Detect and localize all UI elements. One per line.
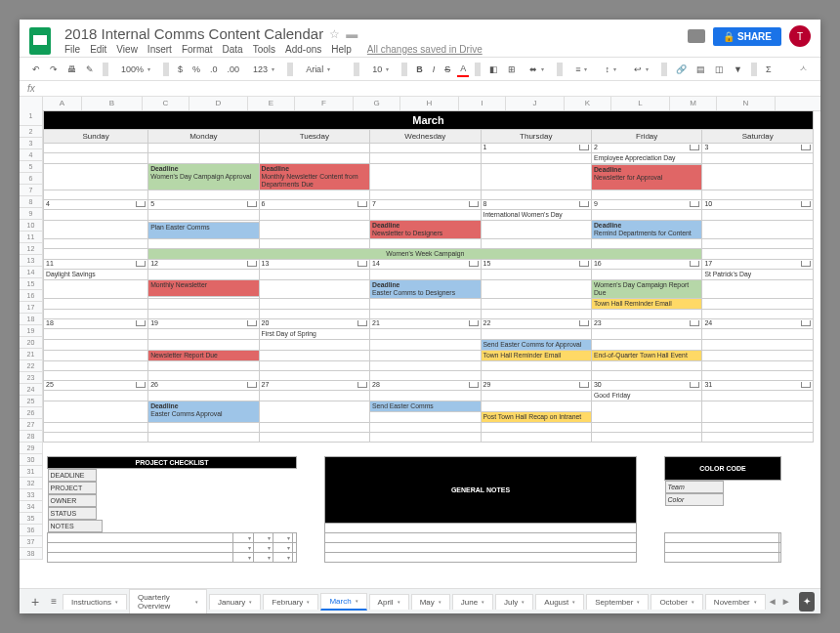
color-code-table[interactable]: COLOR CODE Team Color [664,456,781,563]
dec-increase-button[interactable]: .00 [225,63,243,76]
row-header[interactable]: 8 [20,196,43,208]
save-status[interactable]: All changes saved in Drive [367,44,483,55]
row-header[interactable]: 2 [20,126,43,138]
wrap-dropdown[interactable]: ↩ [627,62,655,77]
undo-icon[interactable]: ↶ [29,63,43,76]
row-header[interactable]: 29 [20,443,43,454]
row-header[interactable]: 28 [20,431,43,443]
row-header[interactable]: 12 [20,243,43,255]
more-formats-dropdown[interactable]: 123 [246,62,281,77]
row-header[interactable]: 14 [20,267,43,278]
col-header[interactable]: A [43,97,82,110]
row-header[interactable]: 21 [20,349,43,360]
col-header[interactable]: J [506,97,565,110]
row-header[interactable]: 15 [20,278,43,290]
merge-dropdown[interactable]: ⬌ [523,62,551,77]
row-header[interactable]: 32 [20,478,43,489]
all-sheets-button[interactable]: ≡ [47,596,61,607]
explore-button[interactable]: ✦ [799,592,815,612]
col-header[interactable]: H [400,97,459,110]
project-checklist-table[interactable]: PROJECT CHECKLIST DEADLINE PROJECT OWNER… [47,456,297,563]
row-header[interactable]: 18 [20,314,43,325]
calendar-table[interactable]: March Sunday Monday Tuesday Wednesday Th… [43,110,814,448]
menu-data[interactable]: Data [223,44,243,55]
col-header[interactable]: G [354,97,400,110]
row-header[interactable]: 10 [20,220,43,232]
print-icon[interactable]: 🖶 [64,63,79,76]
menu-format[interactable]: Format [182,44,213,55]
tab-scroll-right-icon[interactable]: ► [781,596,791,607]
dropdown-cell[interactable] [253,552,273,562]
dropdown-cell[interactable] [273,552,293,562]
dropdown-cell[interactable] [253,542,273,552]
currency-button[interactable]: $ [175,63,186,76]
sheet-tab[interactable]: Instructions [63,594,127,610]
row-header[interactable]: 1 [20,110,43,126]
menu-addons[interactable]: Add-ons [285,44,321,55]
sheet-tab[interactable]: November [705,594,766,610]
share-button[interactable]: 🔒 SHARE [713,27,781,46]
row-header[interactable]: 31 [20,466,43,478]
fill-color-button[interactable]: ◧ [486,63,501,76]
row-header[interactable]: 38 [20,548,43,560]
tab-scroll-left-icon[interactable]: ◄ [768,596,777,607]
sheet-tab[interactable]: September [586,594,649,610]
sheet-tab[interactable]: January [209,594,261,610]
dropdown-cell[interactable] [273,532,293,542]
percent-button[interactable]: % [189,63,203,76]
sheet-tab[interactable]: April [369,594,409,610]
col-header[interactable]: I [459,97,506,110]
valign-dropdown[interactable]: ↕ [598,62,623,77]
halign-dropdown[interactable]: ≡ [568,62,594,77]
star-icon[interactable]: ☆ [329,27,340,41]
row-header[interactable]: 7 [20,185,43,196]
folder-icon[interactable]: ▬ [346,27,357,41]
row-header[interactable]: 9 [20,208,43,220]
col-header[interactable]: D [189,97,248,110]
menu-help[interactable]: Help [331,44,352,55]
select-all-corner[interactable] [20,97,43,110]
dropdown-cell[interactable] [233,552,253,562]
formula-bar[interactable]: fx [20,81,820,97]
row-header[interactable]: 11 [20,232,43,243]
row-header[interactable]: 13 [20,255,43,267]
row-header[interactable]: 35 [20,513,43,525]
col-header[interactable]: B [82,97,143,110]
row-header[interactable]: 20 [20,337,43,349]
toolbar-collapse-icon[interactable]: ㅅ [796,61,811,77]
text-color-button[interactable]: A [457,62,469,77]
col-header[interactable]: F [295,97,354,110]
col-header[interactable]: K [565,97,611,110]
row-header[interactable]: 6 [20,173,43,185]
link-icon[interactable]: 🔗 [673,63,690,76]
sheet-tab[interactable]: October [651,594,702,610]
borders-button[interactable]: ⊞ [505,63,519,76]
col-header[interactable]: N [717,97,776,110]
doc-title[interactable]: 2018 Internal Comms Content Calendar [64,25,323,42]
row-header[interactable]: 24 [20,384,43,396]
sheet-tab[interactable]: May [411,594,450,610]
font-dropdown[interactable]: Arial [299,62,348,77]
sheet-tab[interactable]: June [452,594,493,610]
row-header[interactable]: 25 [20,396,43,407]
sheets-logo[interactable] [29,27,57,55]
font-size-dropdown[interactable]: 10 [365,62,396,77]
sheet-tab-active[interactable]: March [320,593,366,611]
row-header[interactable]: 34 [20,501,43,513]
menu-tools[interactable]: Tools [253,44,275,55]
functions-icon[interactable]: Σ [763,63,775,76]
dropdown-cell[interactable] [233,542,253,552]
menu-file[interactable]: File [64,44,80,55]
menu-edit[interactable]: Edit [90,44,106,55]
col-header[interactable]: E [248,97,295,110]
spreadsheet-grid[interactable]: A B C D E F G H I J K L M N 1 2 3 4 5 6 … [20,97,820,582]
redo-icon[interactable]: ↷ [47,63,61,76]
strike-button[interactable]: S [441,63,453,76]
comments-icon[interactable] [688,29,705,43]
menu-insert[interactable]: Insert [147,44,172,55]
menu-view[interactable]: View [116,44,138,55]
col-header[interactable]: L [611,97,670,110]
row-header[interactable]: 23 [20,372,43,384]
comment-icon[interactable]: ▤ [693,63,708,76]
sheet-tab[interactable]: Quarterly Overview [129,589,207,613]
